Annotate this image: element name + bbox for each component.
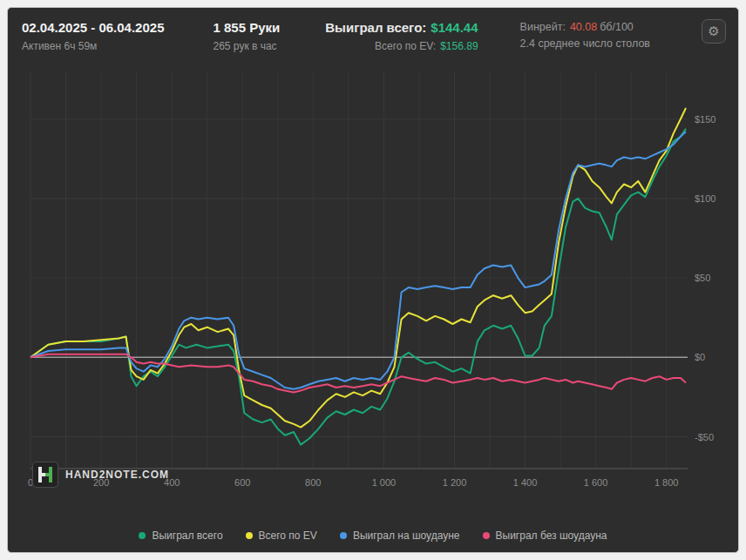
legend-item-0[interactable]: Выиграл всего bbox=[139, 530, 222, 542]
legend-label: Выиграл без шоудауна bbox=[496, 530, 607, 542]
x-axis-label: 1 400 bbox=[513, 477, 538, 488]
x-axis-label: 800 bbox=[305, 477, 321, 488]
winrate-value: 40.08 bbox=[570, 21, 597, 33]
won-total-value: $144.44 bbox=[431, 20, 478, 35]
hands-per-hour: 265 рук в час bbox=[213, 38, 280, 54]
winnings-chart: $150$100$50$0-$5002004006008001 0001 200… bbox=[18, 64, 733, 493]
hand2note-logo-icon bbox=[32, 462, 58, 488]
avg-tables: 2.4 среднее число столов bbox=[520, 36, 650, 52]
y-axis-label: $50 bbox=[695, 273, 710, 283]
won-total-label: Выиграл всего: bbox=[325, 20, 426, 35]
winrate-label: Винрейт: bbox=[520, 21, 566, 33]
x-axis-label: 1 200 bbox=[443, 477, 467, 488]
winrate-group: Винрейт:40.08бб/100 2.4 среднее число ст… bbox=[520, 19, 650, 52]
ev-total-label: Всего по EV: bbox=[375, 40, 436, 52]
series-line-0 bbox=[31, 129, 686, 445]
hands-group: 1 855 Руки 265 рук в час bbox=[213, 19, 280, 54]
x-axis-label: 1 800 bbox=[654, 477, 679, 488]
chart-area: $150$100$50$0-$5002004006008001 0001 200… bbox=[18, 64, 733, 519]
x-axis-label: 1 600 bbox=[584, 477, 608, 488]
won-total-line: Выиграл всего:$144.44 bbox=[325, 19, 478, 37]
date-range-group: 02.04.2025 - 06.04.2025 Активен 6ч 59м bbox=[22, 19, 164, 54]
y-axis-label: -$50 bbox=[695, 432, 714, 442]
legend-item-1[interactable]: Всего по EV bbox=[246, 530, 317, 542]
y-axis-label: $100 bbox=[695, 193, 715, 204]
y-axis-label: $150 bbox=[695, 114, 715, 125]
legend-dot-icon bbox=[483, 532, 490, 539]
gear-glyph: ⚙ bbox=[708, 24, 719, 39]
hand2note-logo-text: HAND2NOTE.COM bbox=[65, 469, 169, 481]
legend-label: Выиграл всего bbox=[152, 530, 222, 542]
hand2note-session-panel: 02.04.2025 - 06.04.2025 Активен 6ч 59м 1… bbox=[7, 7, 739, 553]
winnings-group: Выиграл всего:$144.44 Всего по EV:$156.8… bbox=[325, 19, 478, 54]
legend-label: Выиграл на шоудауне bbox=[353, 530, 460, 542]
settings-gear-icon[interactable]: ⚙ bbox=[702, 19, 726, 44]
hands-count: 1 855 Руки bbox=[213, 19, 280, 37]
legend-label: Всего по EV bbox=[259, 530, 317, 542]
ev-total-line: Всего по EV:$156.89 bbox=[375, 38, 478, 54]
hand2note-logo: HAND2NOTE.COM bbox=[32, 462, 169, 488]
legend-dot-icon bbox=[139, 532, 146, 539]
active-time: Активен 6ч 59м bbox=[22, 38, 164, 54]
x-axis-label: 600 bbox=[234, 477, 250, 488]
session-header: 02.04.2025 - 06.04.2025 Активен 6ч 59м 1… bbox=[8, 8, 738, 61]
legend-dot-icon bbox=[340, 532, 347, 539]
ev-total-value: $156.89 bbox=[440, 40, 478, 52]
x-axis-label: 1 000 bbox=[372, 477, 397, 488]
date-range: 02.04.2025 - 06.04.2025 bbox=[22, 19, 164, 37]
winrate-unit: бб/100 bbox=[600, 21, 634, 33]
legend-item-3[interactable]: Выиграл без шоудауна bbox=[483, 530, 607, 542]
chart-legend: Выиграл всегоВсего по EVВыиграл на шоуда… bbox=[8, 519, 738, 552]
y-axis-label: $0 bbox=[695, 352, 705, 362]
legend-dot-icon bbox=[246, 532, 253, 539]
winrate-line: Винрейт:40.08бб/100 bbox=[520, 19, 650, 36]
legend-item-2[interactable]: Выиграл на шоудауне bbox=[340, 530, 460, 542]
